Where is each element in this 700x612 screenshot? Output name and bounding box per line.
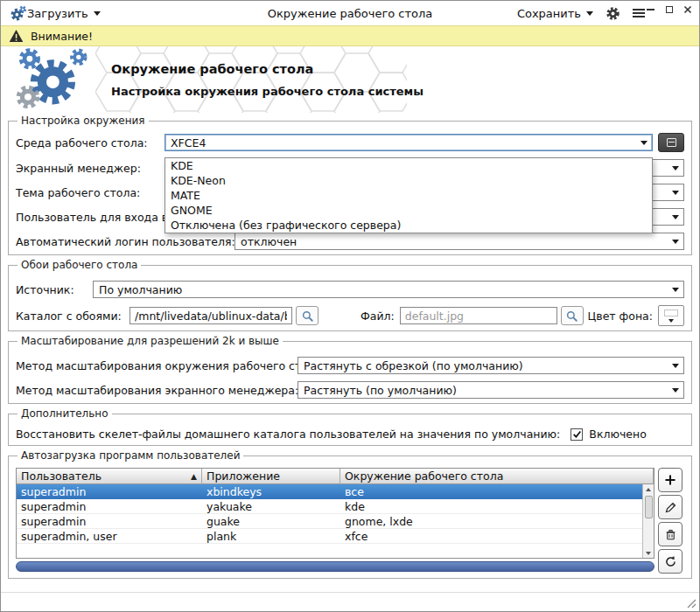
skel-restore-checkbox[interactable] — [570, 428, 583, 441]
scaling-desktop-label: Метод масштабирования окружения рабочего… — [16, 359, 298, 372]
menu-button[interactable] — [633, 9, 645, 17]
magnifier-icon — [565, 309, 578, 323]
login-user-label: Пользователь для входа в систему: — [16, 211, 164, 224]
dropdown-item-disabled[interactable]: Отключена (без графического сервера) — [165, 218, 652, 233]
edit-entry-button[interactable] — [658, 495, 682, 519]
wallpaper-dir-browse-button[interactable] — [296, 306, 318, 325]
table-row[interactable]: superadmin xbindkeys все — [17, 484, 654, 499]
scroll-down-icon[interactable] — [643, 548, 654, 558]
minimize-button[interactable] — [646, 4, 655, 14]
resize-grip[interactable] — [684, 596, 696, 609]
autostart-table[interactable]: Пользователь ▲ Приложение Окружение рабо… — [16, 468, 654, 559]
dropdown-item-kde[interactable]: KDE — [165, 158, 652, 173]
table-header: Пользователь ▲ Приложение Окружение рабо… — [17, 469, 654, 484]
wallpaper-source-combobox[interactable]: По умолчанию — [93, 281, 684, 298]
column-header-user[interactable]: Пользователь ▲ — [17, 469, 202, 484]
autologin-label: Автоматический логин пользователя: — [16, 235, 234, 248]
scaling-dm-combobox[interactable]: Растянуть (по умолчанию) — [298, 381, 684, 399]
chevron-down-icon — [672, 240, 679, 244]
wallpaper-source-value: По умолчанию — [94, 283, 668, 296]
magnifier-icon — [301, 309, 314, 323]
wallpaper-dir-label: Каталог с обоями: — [16, 309, 130, 323]
bg-color-button[interactable] — [658, 305, 684, 326]
chevron-down-icon — [672, 215, 679, 219]
refresh-button[interactable] — [658, 549, 682, 574]
maximize-icon — [666, 6, 673, 13]
scroll-up-icon[interactable] — [643, 484, 654, 494]
dropdown-item-kde-neon[interactable]: KDE-Neon — [165, 173, 652, 188]
autostart-group: Автозагрузка программ пользователей Поль… — [8, 449, 692, 579]
column-header-app[interactable]: Приложение — [202, 469, 340, 484]
check-icon — [572, 429, 582, 439]
desktop-env-extra-button[interactable] — [658, 133, 684, 152]
dropdown-item-gnome[interactable]: GNOME — [165, 203, 652, 218]
warning-text: Внимание! — [31, 30, 93, 43]
plus-icon — [664, 474, 676, 486]
bg-color-label: Цвет фона: — [588, 309, 653, 323]
sort-asc-icon: ▲ — [187, 472, 197, 481]
desktop-env-label: Среда рабочего стола: — [16, 136, 164, 150]
load-button[interactable]: Загрузить — [27, 7, 101, 20]
wallpaper-file-label: Файл: — [360, 309, 395, 323]
environment-group-legend: Настройка окружения — [18, 115, 149, 127]
desktop-theme-label: Тема рабочего стола: — [16, 186, 164, 199]
skel-checkbox-label: Включено — [589, 428, 647, 441]
warning-icon — [9, 29, 24, 43]
pencil-icon — [664, 501, 677, 514]
wallpaper-group-legend: Обои рабочего стола — [18, 259, 141, 271]
titlebar: Загрузить Окружение рабочего стола Сохра… — [1, 1, 699, 25]
wallpaper-dir-input[interactable] — [130, 307, 292, 324]
page-subtitle: Настройка окружения рабочего стола систе… — [111, 85, 424, 98]
save-button-label: Сохранить — [517, 7, 581, 20]
table-row[interactable]: superadmin guake gnome, lxde — [17, 514, 654, 529]
table-vertical-scrollbar[interactable] — [642, 484, 654, 558]
add-entry-button[interactable] — [658, 468, 682, 492]
scrollbar-thumb[interactable] — [645, 496, 653, 518]
maximize-button[interactable] — [664, 4, 674, 14]
chevron-down-icon — [672, 191, 679, 195]
wallpaper-source-label: Источник: — [16, 283, 93, 296]
dropdown-item-mate[interactable]: MATE — [165, 188, 652, 203]
autostart-group-legend: Автозагрузка программ пользователей — [18, 449, 243, 462]
minimize-icon — [647, 9, 654, 10]
chevron-down-icon — [668, 319, 674, 323]
app-window: Загрузить Окружение рабочего стола Сохра… — [0, 0, 700, 612]
load-button-label: Загрузить — [27, 7, 88, 20]
table-row[interactable]: superadmin, user plank xfce — [17, 529, 654, 544]
package-icon — [667, 138, 676, 147]
table-horizontal-scrollbar[interactable] — [16, 561, 654, 572]
page-header: Окружение рабочего стола Настройка окруж… — [1, 46, 699, 113]
chevron-down-icon — [94, 11, 101, 16]
scaling-group-legend: Масштабирование для разрешений 2k и выше — [18, 335, 283, 347]
window-controls — [646, 4, 692, 14]
trash-icon — [664, 528, 677, 541]
wallpaper-file-input[interactable] — [400, 307, 557, 324]
scaling-dm-label: Метод масштабирования экранного менеджер… — [16, 384, 298, 397]
desktop-env-dropdown-list: KDE KDE-Neon MATE GNOME Отключена (без г… — [164, 157, 653, 233]
gears-logo — [11, 46, 92, 114]
autostart-buttons — [658, 468, 684, 574]
close-button[interactable] — [682, 4, 692, 14]
chevron-down-icon — [586, 11, 593, 16]
desktop-env-combobox[interactable]: XFCE4 — [164, 134, 653, 151]
autologin-value: отключен — [235, 235, 668, 248]
skel-restore-label: Восстановить скелет-файлы домашнего ката… — [16, 428, 560, 441]
column-header-env[interactable]: Окружение рабочего стола — [340, 469, 654, 484]
settings-button[interactable] — [606, 6, 620, 21]
table-row[interactable]: superadmin yakuake kde — [17, 499, 654, 514]
gear-icon — [606, 6, 620, 21]
autologin-combobox[interactable]: отключен — [234, 233, 684, 250]
scaling-group: Масштабирование для разрешений 2k и выше… — [8, 335, 692, 404]
delete-entry-button[interactable] — [658, 522, 682, 546]
scrollbar-thumb[interactable] — [16, 561, 654, 572]
wallpaper-file-browse-button[interactable] — [561, 306, 584, 325]
chevron-down-icon — [672, 364, 679, 368]
chevron-down-icon — [640, 141, 648, 145]
save-button[interactable]: Сохранить — [517, 7, 593, 20]
scaling-dm-value: Растянуть (по умолчанию) — [298, 384, 668, 397]
scaling-desktop-combobox[interactable]: Растянуть с обрезкой (по умолчанию) — [298, 357, 684, 374]
refresh-icon — [664, 555, 677, 568]
chevron-down-icon — [672, 288, 679, 292]
extra-group-legend: Дополнительно — [18, 407, 112, 420]
wallpaper-group: Обои рабочего стола Источник: По умолчан… — [8, 259, 692, 331]
